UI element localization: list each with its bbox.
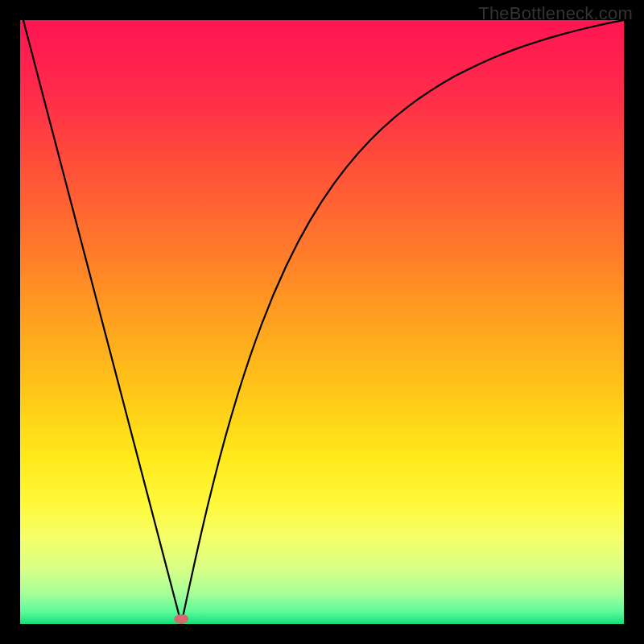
plot-area	[20, 20, 624, 624]
watermark-text: TheBottleneck.com	[478, 3, 633, 24]
gradient-background	[20, 20, 624, 624]
chart-root: TheBottleneck.com	[0, 0, 644, 644]
optimum-marker	[174, 614, 188, 624]
